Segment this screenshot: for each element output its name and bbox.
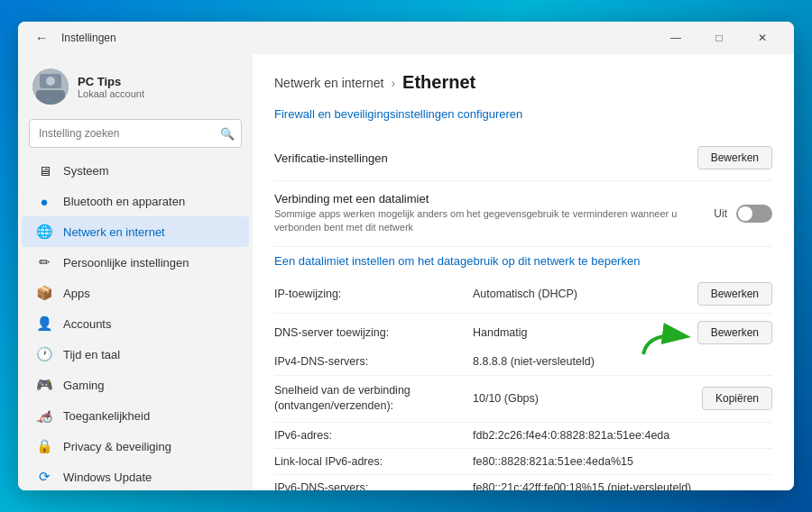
search-icon: 🔍 xyxy=(220,127,235,141)
verbinding-toggle[interactable] xyxy=(736,205,772,223)
dns-bewerken-button[interactable]: Bewerken xyxy=(697,321,772,344)
data-limit-link[interactable]: Een datalimiet instellen om het datagebr… xyxy=(274,247,772,275)
sidebar-item-toegankelijkheid[interactable]: 🦽 Toegankelijkheid xyxy=(22,400,249,431)
sidebar-item-label: Systeem xyxy=(63,164,109,178)
settings-window: ← Instellingen — □ ✕ xyxy=(18,22,794,490)
user-sub: Lokaal account xyxy=(78,88,238,99)
linklocal-value: fe80::8828:821a:51ee:4eda%15 xyxy=(473,455,772,468)
page-title: Ethernet xyxy=(402,72,475,93)
privacy-icon: 🔒 xyxy=(36,438,52,454)
ipv6dns-row: IPv6-DNS-servers: fe80::21c:42ff:fe00:18… xyxy=(274,475,772,490)
sidebar-item-label: Tijd en taal xyxy=(63,348,120,361)
sidebar-item-label: Bluetooth en apparaten xyxy=(63,195,185,208)
sidebar-item-systeem[interactable]: 🖥 Systeem xyxy=(22,155,249,186)
ipv6-label: IPv6-adres: xyxy=(274,429,473,442)
ip-row: IP-toewijzing: Automatisch (DHCP) Bewerk… xyxy=(274,275,772,314)
user-section: PC Tips Lokaal account xyxy=(18,61,253,115)
dns-row: DNS-server toewijzing: Handmatig Bewerke… xyxy=(274,314,772,352)
sidebar-item-label: Accounts xyxy=(63,317,111,331)
ipv6dns-label: IPv6-DNS-servers: xyxy=(274,481,473,490)
persoonlijk-icon: ✏ xyxy=(36,254,52,270)
breadcrumb-separator: › xyxy=(391,76,395,90)
sidebar-item-accounts[interactable]: 👤 Accounts xyxy=(22,308,249,339)
avatar xyxy=(32,69,69,105)
update-icon: ⟳ xyxy=(36,469,52,485)
sidebar-item-label: Privacy & beveiliging xyxy=(63,440,171,453)
sidebar: PC Tips Lokaal account 🔍 🖥 Systeem ● Blu… xyxy=(18,54,253,490)
systeem-icon: 🖥 xyxy=(36,162,52,178)
network-icon: 🌐 xyxy=(36,224,52,240)
ip-label: IP-toewijzing: xyxy=(274,288,473,300)
ipv6-value: fdb2:2c26:f4e4:0:8828:821a:51ee:4eda xyxy=(473,429,772,442)
page-header: Netwerk en internet › Ethernet xyxy=(274,72,772,93)
speed-kopieren-button[interactable]: Kopiëren xyxy=(702,387,772,410)
sidebar-item-label: Toegankelijkheid xyxy=(63,409,150,423)
verbinding-toggle-area: Uit xyxy=(714,205,772,223)
apps-icon: 📦 xyxy=(36,285,52,301)
search-input[interactable] xyxy=(29,119,242,148)
speed-label: Snelheid van de verbinding (ontvangen/ve… xyxy=(274,383,473,415)
sidebar-item-persoonlijk[interactable]: ✏ Persoonlijke instellingen xyxy=(22,247,249,278)
accounts-icon: 👤 xyxy=(36,315,52,332)
ipv4-dns-row: IPv4-DNS-servers: 8.8.8.8 (niet-versleut… xyxy=(274,352,772,376)
search-box: 🔍 xyxy=(29,119,242,148)
ipv4-dns-label: IPv4-DNS-servers: xyxy=(274,355,473,368)
user-info: PC Tips Lokaal account xyxy=(78,75,238,99)
sidebar-item-label: Gaming xyxy=(63,379,105,392)
main-content: Netwerk en internet › Ethernet Firewall … xyxy=(253,54,794,490)
linklocal-row: Link-local IPv6-adres: fe80::8828:821a:5… xyxy=(274,449,772,475)
ipv6dns-value: fe80::21c:42ff:fe00:18%15 (niet-versleut… xyxy=(473,481,772,490)
window-title: Instellingen xyxy=(61,32,116,44)
speed-value: 10/10 (Gbps) xyxy=(473,392,702,405)
minimize-button[interactable]: — xyxy=(655,24,697,51)
tijd-icon: 🕐 xyxy=(36,346,52,362)
avatar-image xyxy=(32,69,69,105)
sidebar-item-bluetooth[interactable]: ● Bluetooth en apparaten xyxy=(22,186,249,216)
ip-value: Automatisch (DHCP) xyxy=(473,288,697,300)
back-button[interactable]: ← xyxy=(29,25,54,50)
svg-point-3 xyxy=(46,77,55,86)
sidebar-item-label: Windows Update xyxy=(63,471,152,484)
sidebar-item-label: Apps xyxy=(63,287,90,300)
linklocal-label: Link-local IPv6-adres: xyxy=(274,455,473,468)
sidebar-item-privacy[interactable]: 🔒 Privacy & beveiliging xyxy=(22,431,249,462)
maximize-button[interactable]: □ xyxy=(698,24,740,51)
sidebar-item-update[interactable]: ⟳ Windows Update xyxy=(22,462,249,490)
verbinding-info: Verbinding met een datalimiet Sommige ap… xyxy=(274,192,714,235)
gaming-icon: 🎮 xyxy=(36,377,52,393)
close-button[interactable]: ✕ xyxy=(742,24,783,51)
breadcrumb: Netwerk en internet xyxy=(274,76,383,90)
ipv6-row: IPv6-adres: fdb2:2c26:f4e4:0:8828:821a:5… xyxy=(274,423,772,449)
bluetooth-icon: ● xyxy=(36,193,52,209)
speed-row: Snelheid van de verbinding (ontvangen/ve… xyxy=(274,376,772,423)
title-bar: ← Instellingen — □ ✕ xyxy=(18,22,794,54)
svg-rect-2 xyxy=(36,90,65,105)
sidebar-item-gaming[interactable]: 🎮 Gaming xyxy=(22,370,249,400)
title-bar-left: ← Instellingen xyxy=(29,25,116,50)
verificatie-row: Verificatie-instellingen Bewerken xyxy=(274,135,772,181)
verificatie-label: Verificatie-instellingen xyxy=(274,151,697,165)
ip-bewerken-button[interactable]: Bewerken xyxy=(697,282,772,306)
dns-section: DNS-server toewijzing: Handmatig Bewerke… xyxy=(274,314,772,376)
sidebar-item-netwerk[interactable]: 🌐 Netwerk en internet xyxy=(22,216,249,247)
verbinding-row: Verbinding met een datalimiet Sommige ap… xyxy=(274,181,772,247)
dns-label: DNS-server toewijzing: xyxy=(274,326,473,339)
user-name: PC Tips xyxy=(78,75,238,88)
toggle-label: Uit xyxy=(714,207,727,220)
verificatie-actions: Bewerken xyxy=(697,146,772,169)
sidebar-item-tijd[interactable]: 🕐 Tijd en taal xyxy=(22,339,249,370)
verificatie-bewerken-button[interactable]: Bewerken xyxy=(697,146,772,169)
sidebar-item-label: Netwerk en internet xyxy=(63,225,165,239)
toegankelijkheid-icon: 🦽 xyxy=(36,407,52,424)
firewall-link[interactable]: Firewall en beveiligingsinstellingen con… xyxy=(274,107,772,121)
window-controls: — □ ✕ xyxy=(655,24,783,51)
content-area: PC Tips Lokaal account 🔍 🖥 Systeem ● Blu… xyxy=(18,54,794,490)
green-arrow-indicator xyxy=(639,323,693,359)
sidebar-item-apps[interactable]: 📦 Apps xyxy=(22,278,249,308)
sidebar-item-label: Persoonlijke instellingen xyxy=(63,256,189,270)
